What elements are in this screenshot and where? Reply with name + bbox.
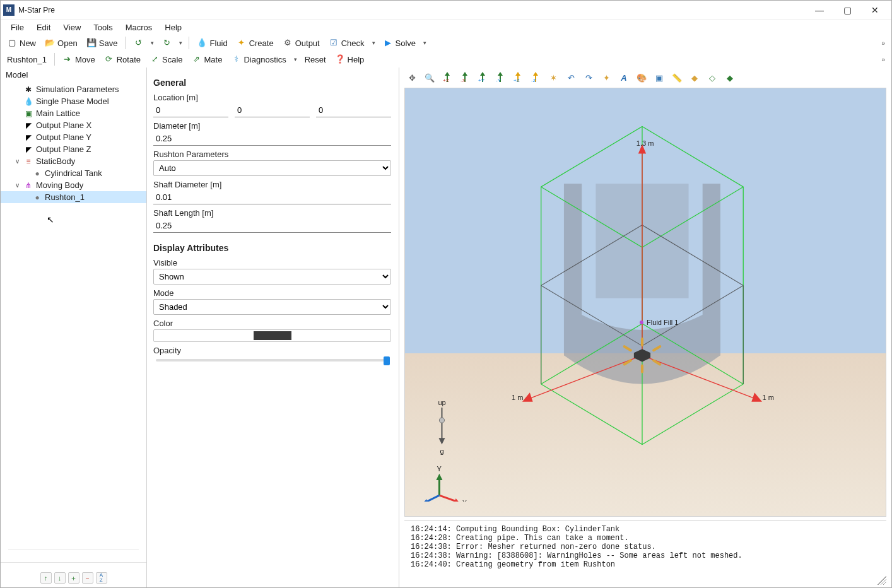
iso-view-icon[interactable]: ✶ xyxy=(546,70,561,85)
solve-dropdown[interactable]: ▾ xyxy=(421,40,429,46)
opacity-slider[interactable] xyxy=(156,359,389,362)
redo-button[interactable]: ↻ xyxy=(158,37,175,49)
diagnostics-button[interactable]: ⚕Diagnostics xyxy=(227,53,290,66)
tree-item[interactable]: ●Cylindrical Tank xyxy=(1,167,146,179)
window-maximize-button[interactable]: ▢ xyxy=(833,1,861,19)
expander-icon[interactable]: ∨ xyxy=(13,158,21,165)
rotate-pos90-icon[interactable]: ↷ xyxy=(581,70,596,85)
text-overlay-icon[interactable]: A xyxy=(616,70,631,85)
tree-item[interactable]: ∨≡StaticBody xyxy=(1,155,146,167)
solve-button[interactable]: ▶Solve xyxy=(379,37,420,49)
check-button[interactable]: ☑Check xyxy=(325,37,368,49)
move-button[interactable]: ➔Move xyxy=(59,53,99,66)
rotate-icon: ⟳ xyxy=(104,54,114,64)
menu-tools[interactable]: Tools xyxy=(87,21,119,33)
undo-dropdown[interactable]: ▾ xyxy=(148,40,156,46)
window-close-button[interactable]: ✕ xyxy=(861,1,889,19)
svg-marker-44 xyxy=(421,499,428,502)
rotate-button[interactable]: ⟳Rotate xyxy=(100,53,144,66)
tree-item[interactable]: ▣Main Lattice xyxy=(1,107,146,119)
create-button[interactable]: ✦Create xyxy=(233,37,278,49)
cube-solid-icon[interactable]: ◆ xyxy=(722,70,737,85)
new-label: New xyxy=(20,38,36,48)
tree-item[interactable]: ✱Simulation Parameters xyxy=(1,83,146,95)
tree-item[interactable]: ◤Output Plane X xyxy=(1,119,146,131)
undo-button[interactable]: ↺ xyxy=(129,37,147,49)
cube-outline-icon[interactable]: ▣ xyxy=(652,70,667,85)
save-button[interactable]: 💾Save xyxy=(83,37,122,49)
window-minimize-button[interactable]: — xyxy=(806,1,833,19)
palette-icon[interactable]: 🎨 xyxy=(634,70,649,85)
view-minus-y-icon[interactable]: -Y xyxy=(493,70,508,85)
diameter-input[interactable] xyxy=(153,132,391,146)
svg-point-37 xyxy=(439,418,444,423)
remove-node-button[interactable]: － xyxy=(82,572,93,584)
view-minus-z-icon[interactable]: -Z xyxy=(528,70,543,85)
viewport-3d[interactable]: Fluid Fill 1 1.3 m 1 m 1 m up g X xyxy=(404,88,886,517)
ruler-icon[interactable]: 📏 xyxy=(669,70,684,85)
shaft-length-input[interactable] xyxy=(153,219,391,233)
diameter-label: Diameter [m] xyxy=(153,121,391,131)
help-button[interactable]: ❓Help xyxy=(331,53,368,66)
check-dropdown[interactable]: ▾ xyxy=(370,40,378,46)
redo-dropdown[interactable]: ▾ xyxy=(177,40,185,46)
new-button[interactable]: ▢New xyxy=(3,37,40,49)
location-y-input[interactable] xyxy=(235,103,310,117)
reset-button[interactable]: Reset xyxy=(301,54,330,66)
menubar: File Edit View Tools Macros Help xyxy=(1,20,891,35)
menu-edit[interactable]: Edit xyxy=(30,21,57,33)
fit-geometry-icon[interactable]: ✥ xyxy=(404,70,420,85)
open-button[interactable]: 📂Open xyxy=(41,37,81,49)
log-panel[interactable]: 16:24:14: Computing Bounding Box: Cylind… xyxy=(404,520,886,577)
scale-icon: ⤢ xyxy=(150,54,160,64)
color-picker[interactable] xyxy=(153,329,391,342)
model-tree[interactable]: ✱Simulation Parameters💧Single Phase Mode… xyxy=(1,82,146,550)
toolbar-overflow[interactable]: » xyxy=(877,38,889,48)
fluid-button[interactable]: 💧Fluid xyxy=(193,37,231,49)
move-label: Move xyxy=(75,55,95,64)
cube-green-icon[interactable]: ◇ xyxy=(705,70,720,85)
move-down-button[interactable]: ↓ xyxy=(54,572,66,584)
menu-help[interactable]: Help xyxy=(158,21,188,33)
tree-item[interactable]: 💧Single Phase Model xyxy=(1,95,146,107)
resize-handle[interactable] xyxy=(404,580,886,585)
menu-file[interactable]: File xyxy=(4,21,30,33)
selection-name: Rushton_1 xyxy=(3,54,50,66)
rotate-neg90-icon[interactable]: ↶ xyxy=(563,70,578,85)
up-label: up xyxy=(438,399,445,406)
add-node-button[interactable]: ＋ xyxy=(68,572,79,584)
cube-yellow-icon[interactable]: ◆ xyxy=(687,70,702,85)
separator xyxy=(125,37,126,49)
viewport-toolbar: ✥ 🔍 +X -X +Y -Y +Z -Z ✶ ↶ ↷ ✦ A 🎨 ▣ 📏 ◆ … xyxy=(399,68,891,88)
dim-left: 1 m xyxy=(512,394,523,401)
rushton-params-select[interactable]: Auto xyxy=(153,160,391,176)
output-button[interactable]: ⚙Output xyxy=(279,37,324,49)
visible-select[interactable]: Shown xyxy=(153,269,391,285)
menu-view[interactable]: View xyxy=(57,21,87,33)
tree-item[interactable]: ∨⋔Moving Body xyxy=(1,179,146,191)
tree-item[interactable]: ◤Output Plane Y xyxy=(1,131,146,143)
view-plus-x-icon[interactable]: +X xyxy=(440,70,455,85)
reset-dropdown-chev[interactable]: ▾ xyxy=(291,56,300,62)
tree-item[interactable]: ◤Output Plane Z xyxy=(1,143,146,155)
scale-button[interactable]: ⤢Scale xyxy=(146,53,187,66)
location-z-input[interactable] xyxy=(316,103,391,117)
shaft-diameter-input[interactable] xyxy=(153,191,391,204)
location-x-input[interactable] xyxy=(153,103,228,117)
mode-select[interactable]: Shaded xyxy=(153,299,391,315)
fluid-label: Fluid xyxy=(209,38,227,48)
menu-macros[interactable]: Macros xyxy=(119,21,159,33)
expander-icon[interactable]: ∨ xyxy=(13,182,21,189)
view-plus-z-icon[interactable]: +Z xyxy=(510,70,525,85)
sort-az-button[interactable]: AZ xyxy=(96,572,107,584)
mate-button[interactable]: ⇗Mate xyxy=(188,53,226,66)
pivot-icon[interactable]: ✦ xyxy=(599,70,614,85)
opacity-thumb[interactable] xyxy=(384,356,390,365)
view-minus-x-icon[interactable]: -X xyxy=(457,70,472,85)
tree-item[interactable]: ●Rushton_1 xyxy=(1,191,146,203)
zoom-icon[interactable]: 🔍 xyxy=(422,70,437,85)
move-up-button[interactable]: ↑ xyxy=(40,572,52,584)
node-icon: ◤ xyxy=(23,121,33,130)
view-plus-y-icon[interactable]: +Y xyxy=(475,70,490,85)
toolbar-overflow[interactable]: » xyxy=(877,55,889,64)
